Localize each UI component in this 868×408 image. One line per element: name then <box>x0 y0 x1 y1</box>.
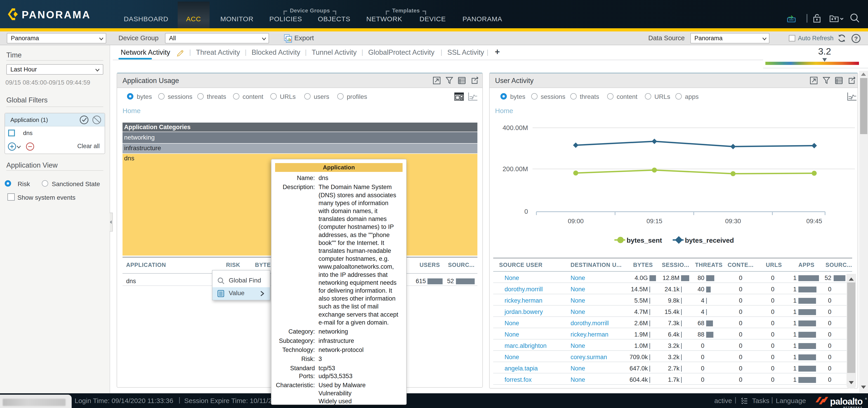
svg-text:NETWORKS: NETWORKS <box>843 406 863 408</box>
svg-text:bytes_received: bytes_received <box>685 237 734 244</box>
svg-text:400.00M: 400.00M <box>502 124 528 132</box>
svg-text:?: ? <box>854 35 858 42</box>
svg-text:09:45: 09:45 <box>806 217 822 225</box>
svg-text:0: 0 <box>524 208 528 215</box>
svg-text:®: ® <box>865 397 867 400</box>
svg-text:paloalto: paloalto <box>830 397 863 406</box>
svg-text:09:00: 09:00 <box>568 217 584 225</box>
svg-text:200.00M: 200.00M <box>502 165 528 173</box>
svg-text:bytes_sent: bytes_sent <box>627 237 662 244</box>
svg-text:09:30: 09:30 <box>725 217 741 225</box>
svg-text:09:15: 09:15 <box>647 217 662 225</box>
